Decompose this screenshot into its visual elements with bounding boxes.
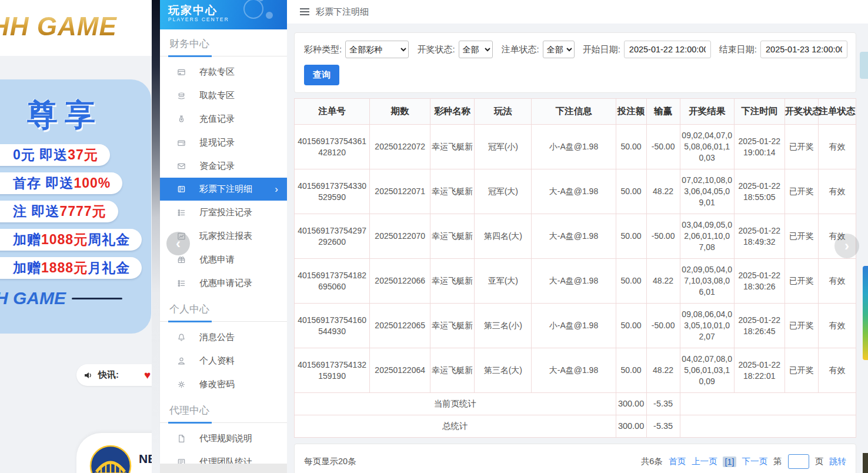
start-date-label: 开始日期:: [583, 44, 620, 55]
news-label: 快讯:: [98, 369, 119, 381]
heart-icon: ♥: [144, 369, 151, 382]
table-cell: 2025-01-22 18:26:45: [734, 304, 784, 348]
sidebar-item-修改密码[interactable]: 修改密码: [160, 372, 287, 396]
table-cell: 50.00: [616, 169, 646, 214]
sidebar-item-优惠申请记录[interactable]: 优惠申请记录: [160, 271, 287, 295]
promo-text: 月礼金: [88, 259, 130, 277]
pagination-bar: 每页显示20条 共6条 首页 上一页 [1] 下一页 第 页 跳转: [294, 444, 856, 473]
table-cell: 已开奖: [784, 214, 818, 259]
table-cell: 401569173754160544930: [295, 304, 370, 348]
promo-gift-icon: [176, 255, 186, 264]
sidebar-item-彩票下注明细[interactable]: 彩票下注明细›: [160, 178, 287, 201]
table-cell: 有效: [818, 304, 856, 348]
sidebar-item-充值记录[interactable]: 充值记录: [160, 107, 287, 131]
background-page: HH GAME 尊享 0元 即送37元首存 即送100%注 即送7777元加赠1…: [0, 0, 152, 473]
total-stats-row: 总统计300.00-5.35: [295, 415, 856, 438]
table-cell: 20250122072: [370, 125, 430, 169]
pager: 共6条 首页 上一页 [1] 下一页 第 页 跳转: [641, 454, 846, 469]
bell-icon: [176, 333, 186, 342]
bets-table-card: 注单号期数彩种名称玩法下注信息投注额输赢开奖结果下注时间开奖状态注单状态4015…: [294, 98, 856, 438]
jump-page-input[interactable]: [788, 454, 809, 469]
table-cell: 401569173754330529590: [295, 169, 370, 214]
stats-cell: 300.00: [616, 393, 646, 415]
promo-text: 注 即送: [13, 202, 59, 221]
table-header-row: 注单号期数彩种名称玩法下注信息投注额输赢开奖结果下注时间开奖状态注单状态: [295, 99, 856, 125]
collapse-left-button[interactable]: ‹: [166, 232, 190, 255]
table-cell: 大-A盘@1.98: [532, 348, 616, 393]
draw-status-select[interactable]: 全部: [459, 41, 493, 58]
sidebar-item-代理规则说明[interactable]: 代理规则说明: [160, 427, 287, 450]
withdraw-coins-icon: [176, 91, 186, 100]
sidebar-item-个人资料[interactable]: 个人资料: [160, 349, 287, 372]
table-row: 40156917375416054493020250122065幸运飞艇新第三名…: [295, 304, 856, 348]
table-cell: 03,04,09,05,02,06,01,10,07,08: [680, 214, 734, 259]
table-cell: 幸运飞艇新: [430, 214, 475, 259]
jump-action-link[interactable]: 跳转: [829, 456, 846, 467]
table-cell: 20250122065: [370, 304, 430, 348]
sidebar-item-取款专区[interactable]: 取款专区: [160, 84, 287, 107]
sidebar-bottom-strip: [160, 464, 287, 473]
sidebar-item-资金记录[interactable]: 资金记录: [160, 154, 287, 178]
sidebar-item-label: 彩票下注明细: [199, 184, 252, 195]
table-row: 40156917375418269506020250122066幸运飞艇新亚军(…: [295, 259, 856, 304]
table-cell: 2025-01-22 18:22:01: [734, 348, 784, 393]
start-date-input[interactable]: [624, 41, 711, 58]
search-button[interactable]: 查询: [304, 65, 339, 85]
first-page-link[interactable]: 首页: [669, 456, 686, 467]
prev-page-link[interactable]: 上一页: [692, 456, 717, 467]
promo-pill: 加赠1888元月礼金: [0, 257, 142, 279]
sidebar-item-消息公告[interactable]: 消息公告: [160, 325, 287, 349]
collapse-right-button[interactable]: ›: [834, 234, 859, 258]
table-cell: 02,09,05,04,07,10,03,08,06,01: [680, 259, 734, 304]
news-card: NE: [76, 433, 152, 473]
next-page-link[interactable]: 下一页: [742, 456, 768, 467]
draw-status-label: 开奖状态:: [417, 44, 455, 55]
sidebar-item-提现记录[interactable]: 提现记录: [160, 131, 287, 154]
sidebar-item-代理团队统计[interactable]: 代理团队统计: [160, 450, 287, 464]
person-icon: [176, 357, 186, 365]
table-cell: 09,02,04,07,05,08,06,01,10,03: [680, 125, 734, 169]
promo-banner: 尊享 0元 即送37元首存 即送100%注 即送7777元加赠1088元周礼金加…: [0, 79, 151, 334]
page-stats-row: 当前页统计300.00-5.35: [295, 393, 856, 415]
table-cell: 2025-01-22 18:55:05: [734, 169, 784, 214]
sidebar-item-厅室投注记录[interactable]: 厅室投注记录: [160, 201, 287, 224]
sidebar-item-label: 修改密码: [199, 379, 235, 390]
sidebar-item-存款专区[interactable]: 存款专区: [160, 60, 287, 84]
recharge-bag-icon: [176, 115, 186, 124]
table-cell: 50.00: [616, 259, 646, 304]
table-cell: 有效: [818, 169, 856, 214]
promo-text: 100%: [74, 175, 111, 191]
filter-panel: 彩种类型: 全部彩种 开奖状态: 全部 注单状态: 全部 开始日期: 结束日期:…: [294, 32, 856, 93]
jump-label-after: 页: [815, 456, 824, 467]
board-icon: [176, 458, 186, 464]
end-date-label: 结束日期:: [719, 44, 757, 55]
lottery-type-select[interactable]: 全部彩种: [345, 41, 409, 58]
table-cell: 大-A盘@1.98: [532, 259, 616, 304]
team-logo-icon: [89, 445, 132, 473]
table-cell: 09,08,06,04,03,05,10,01,02,07: [680, 304, 734, 348]
table-cell: 已开奖: [784, 125, 818, 169]
cash-wallet-icon: [176, 138, 186, 147]
table-cell: 48.22: [646, 169, 680, 214]
menu-toggle-icon[interactable]: [300, 8, 309, 15]
column-header: 彩种名称: [430, 99, 475, 125]
promo-text: 加赠: [13, 231, 41, 249]
gamepad-art-icon: [231, 0, 283, 29]
promo-pill: 注 即送7777元: [0, 201, 118, 222]
promo-text: 7777元: [59, 202, 106, 221]
table-cell: 401569173754182695060: [295, 259, 370, 304]
column-header: 下注时间: [734, 99, 784, 125]
end-date-input[interactable]: [760, 41, 847, 58]
lottery-book-icon: [176, 185, 186, 194]
app-root: HH GAME 尊享 0元 即送37元首存 即送100%注 即送7777元加赠1…: [0, 0, 868, 473]
promo-text: 1888元: [41, 259, 88, 277]
column-header: 玩法: [475, 99, 532, 125]
jump-label-before: 第: [773, 456, 782, 467]
table-cell: 第三名(大): [475, 348, 532, 393]
stats-cell: 总统计: [295, 415, 616, 438]
table-row: 40156917375433052959020250122071幸运飞艇新冠军(…: [295, 169, 856, 214]
gear-icon: [176, 380, 186, 389]
table-cell: 50.00: [616, 348, 646, 393]
table-cell: 2025-01-22 18:30:26: [734, 259, 784, 304]
order-status-select[interactable]: 全部: [543, 41, 575, 58]
